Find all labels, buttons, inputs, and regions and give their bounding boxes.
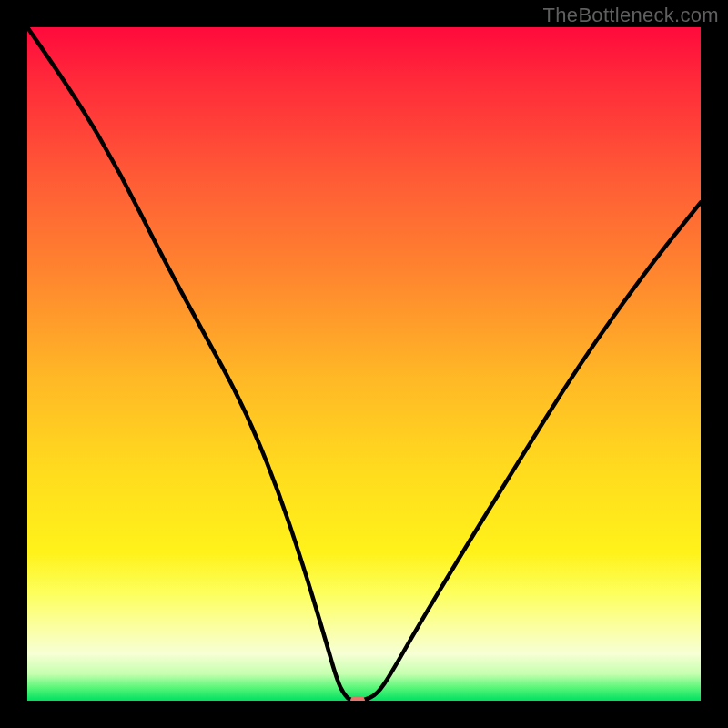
bottleneck-curve [27, 27, 701, 701]
optimum-marker [350, 696, 365, 701]
chart-frame: TheBottleneck.com [0, 0, 728, 728]
curve-path [27, 27, 701, 701]
plot-area [27, 27, 701, 701]
watermark-text: TheBottleneck.com [543, 4, 719, 27]
